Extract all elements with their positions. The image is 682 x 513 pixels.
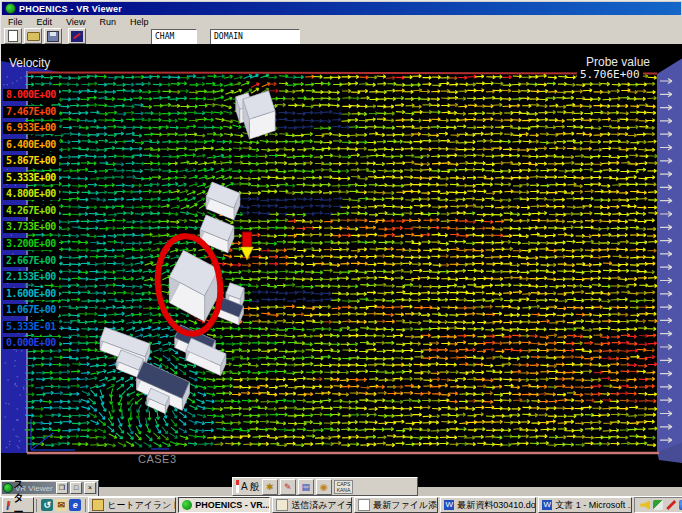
ie-icon[interactable]: e xyxy=(69,499,81,511)
ime-dict-icon[interactable]: ◉ xyxy=(316,479,332,495)
attachment-icon xyxy=(358,499,370,511)
taskbar-item-label: 最新ファイル添付 - .. xyxy=(373,499,438,512)
legend-value: 2.133E+00 xyxy=(3,271,59,283)
save-floppy-icon xyxy=(47,31,59,42)
legend-value: 1.067E+00 xyxy=(3,304,59,316)
legend-value: 7.467E+00 xyxy=(3,106,59,118)
taskbar-item-label: 文書 1 - Microsoft .. xyxy=(555,499,632,512)
link-button[interactable] xyxy=(68,28,86,44)
title-bar[interactable]: PHOENICS - VR Viewer xyxy=(2,2,681,15)
ime-language-bar[interactable]: A 般 ✱ ✎ ▤ ◉ CAPSKANA xyxy=(232,477,418,496)
domain-field[interactable]: DOMAIN xyxy=(210,29,300,45)
open-file-button[interactable] xyxy=(24,28,42,44)
taskbar-item-4[interactable]: W最新資料030410.do.. xyxy=(440,497,536,513)
ime-tools-icon[interactable]: ✱ xyxy=(262,479,278,495)
menu-bar: File Edit View Run Help xyxy=(2,15,681,28)
menu-run[interactable]: Run xyxy=(99,17,116,27)
taskbar-item-5[interactable]: W文書 1 - Microsoft .. xyxy=(538,497,632,513)
caps-kana-button[interactable]: CAPSKANA xyxy=(334,480,354,494)
legend-value: 3.200E+00 xyxy=(3,238,59,250)
new-file-button[interactable] xyxy=(4,28,22,44)
ime-pen-icon[interactable]: ✎ xyxy=(280,479,296,495)
legend-value: 5.867E+00 xyxy=(3,155,59,167)
new-file-icon xyxy=(8,30,18,42)
screen: PHOENICS - VR Viewer File Edit View Run … xyxy=(0,0,682,513)
maximize-button[interactable]: □ xyxy=(70,482,82,494)
legend-value: 5.333E-01 xyxy=(3,321,59,333)
ime-status-indicator xyxy=(236,480,239,493)
system-tray: 14:27 xyxy=(634,497,682,513)
menu-file[interactable]: File xyxy=(8,17,23,27)
legend-value: 4.800E+00 xyxy=(3,188,59,200)
windows-flag-icon xyxy=(7,501,11,510)
ime-mode-kanji[interactable]: 般 xyxy=(250,480,260,494)
toolbar xyxy=(2,28,681,44)
cham-field[interactable]: CHAM xyxy=(151,29,197,45)
taskbar: スタート ↺ ✉ e ヒートアイランドPHOENICS - VR...送信済みア… xyxy=(0,496,682,513)
vr-viewer-icon xyxy=(3,483,13,493)
close-button[interactable]: × xyxy=(84,482,96,494)
legend-value: 4.267E+00 xyxy=(3,205,59,217)
taskbar-item-0[interactable]: ヒートアイランド xyxy=(88,497,176,513)
quick-launch: ↺ ✉ e xyxy=(36,499,86,512)
probe-value: 5.706E+00 xyxy=(577,68,643,81)
taskbar-item-label: PHOENICS - VR... xyxy=(195,500,270,510)
variable-label: Velocity xyxy=(9,56,50,70)
probe-marker xyxy=(243,232,252,247)
task-buttons: ヒートアイランドPHOENICS - VR...送信済みアイテム...最新ファイ… xyxy=(88,497,632,513)
outlook-icon[interactable]: ✉ xyxy=(55,499,67,511)
taskbar-item-label: ヒートアイランド xyxy=(107,499,176,512)
taskbar-item-3[interactable]: 最新ファイル添付 - .. xyxy=(354,497,438,513)
ime-mode-a[interactable]: A xyxy=(241,481,248,492)
legend-value: 5.333E+00 xyxy=(3,172,59,184)
legend-value: 3.733E+00 xyxy=(3,221,59,233)
link-icon xyxy=(71,31,83,42)
taskbar-item-1[interactable]: PHOENICS - VR... xyxy=(178,497,270,513)
window-title: PHOENICS - VR Viewer xyxy=(19,4,122,14)
save-button[interactable] xyxy=(44,28,62,44)
vector-field-canvas xyxy=(1,44,682,488)
app-icon xyxy=(5,3,16,14)
volume-icon[interactable] xyxy=(640,500,650,510)
taskbar-item-label: 送信済みアイテム... xyxy=(291,499,352,512)
legend-value: 2.667E+00 xyxy=(3,255,59,267)
mail-icon xyxy=(276,499,288,511)
menu-view[interactable]: View xyxy=(66,17,85,27)
viewport-3d[interactable]: Velocity Probe value 5.706E+00 CASE3 8.0… xyxy=(1,44,682,488)
open-folder-icon xyxy=(27,32,40,41)
folder-icon xyxy=(92,499,104,511)
case-name-label: CASE3 xyxy=(138,453,177,465)
menu-help[interactable]: Help xyxy=(130,17,149,27)
menu-edit[interactable]: Edit xyxy=(37,17,53,27)
taskbar-item-2[interactable]: 送信済みアイテム... xyxy=(272,497,352,513)
legend-value: 6.400E+00 xyxy=(3,139,59,151)
taskbar-item-label: 最新資料030410.do.. xyxy=(457,499,536,512)
probe-value-label: Probe value xyxy=(586,55,650,69)
ime-pen-tray-icon[interactable] xyxy=(666,500,676,510)
show-desktop-icon[interactable]: ↺ xyxy=(41,499,53,511)
legend-value: 1.600E+00 xyxy=(3,288,59,300)
phoenics-icon xyxy=(182,500,192,510)
display-settings-icon[interactable] xyxy=(653,500,663,510)
word-icon: W xyxy=(444,500,454,510)
word-icon: W xyxy=(542,500,552,510)
start-button[interactable]: スタート xyxy=(2,497,34,513)
ime-pad-icon[interactable]: ▤ xyxy=(298,479,314,495)
phoenics-window: PHOENICS - VR Viewer File Edit View Run … xyxy=(0,0,682,487)
restore-button[interactable]: ❐ xyxy=(56,482,68,494)
legend-value: 8.000E+00 xyxy=(3,89,59,101)
legend-value: 6.933E+00 xyxy=(3,122,59,134)
legend-value: 0.000E+00 xyxy=(3,337,59,349)
